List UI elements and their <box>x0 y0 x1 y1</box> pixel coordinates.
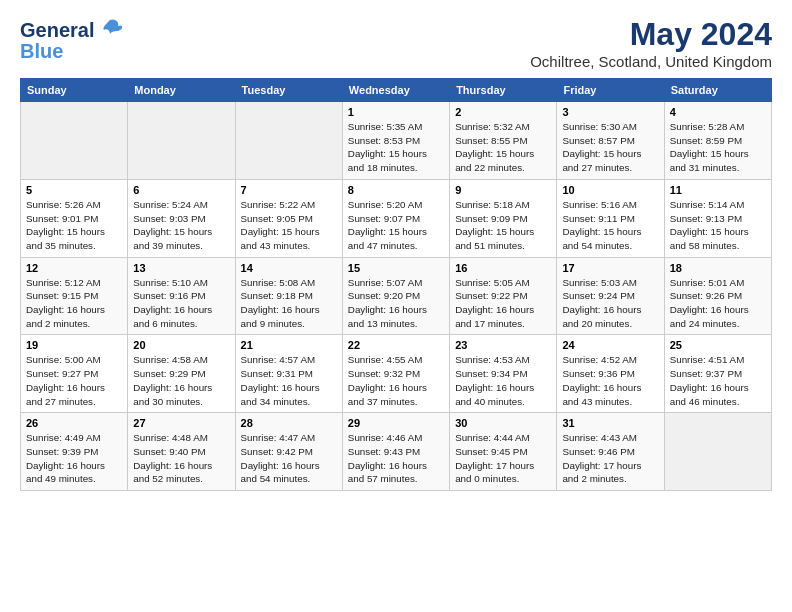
calendar-cell <box>664 413 771 491</box>
day-number: 2 <box>455 106 551 118</box>
calendar-cell <box>21 102 128 180</box>
day-info: Sunrise: 5:22 AM Sunset: 9:05 PM Dayligh… <box>241 198 337 253</box>
week-row-4: 19Sunrise: 5:00 AM Sunset: 9:27 PM Dayli… <box>21 335 772 413</box>
calendar-cell: 21Sunrise: 4:57 AM Sunset: 9:31 PM Dayli… <box>235 335 342 413</box>
day-info: Sunrise: 5:14 AM Sunset: 9:13 PM Dayligh… <box>670 198 766 253</box>
day-number: 28 <box>241 417 337 429</box>
day-number: 11 <box>670 184 766 196</box>
day-info: Sunrise: 5:00 AM Sunset: 9:27 PM Dayligh… <box>26 353 122 408</box>
day-number: 14 <box>241 262 337 274</box>
calendar-cell: 29Sunrise: 4:46 AM Sunset: 9:43 PM Dayli… <box>342 413 449 491</box>
week-row-5: 26Sunrise: 4:49 AM Sunset: 9:39 PM Dayli… <box>21 413 772 491</box>
day-number: 6 <box>133 184 229 196</box>
main-container: General Blue May 2024 Ochiltree, Scotlan… <box>0 0 792 501</box>
calendar-cell: 23Sunrise: 4:53 AM Sunset: 9:34 PM Dayli… <box>450 335 557 413</box>
day-info: Sunrise: 5:10 AM Sunset: 9:16 PM Dayligh… <box>133 276 229 331</box>
day-number: 4 <box>670 106 766 118</box>
day-number: 8 <box>348 184 444 196</box>
calendar-cell: 10Sunrise: 5:16 AM Sunset: 9:11 PM Dayli… <box>557 179 664 257</box>
day-number: 31 <box>562 417 658 429</box>
day-info: Sunrise: 4:55 AM Sunset: 9:32 PM Dayligh… <box>348 353 444 408</box>
day-info: Sunrise: 5:30 AM Sunset: 8:57 PM Dayligh… <box>562 120 658 175</box>
day-info: Sunrise: 4:46 AM Sunset: 9:43 PM Dayligh… <box>348 431 444 486</box>
calendar-cell: 11Sunrise: 5:14 AM Sunset: 9:13 PM Dayli… <box>664 179 771 257</box>
calendar-cell: 25Sunrise: 4:51 AM Sunset: 9:37 PM Dayli… <box>664 335 771 413</box>
day-info: Sunrise: 5:26 AM Sunset: 9:01 PM Dayligh… <box>26 198 122 253</box>
header-day-saturday: Saturday <box>664 79 771 102</box>
calendar-cell: 15Sunrise: 5:07 AM Sunset: 9:20 PM Dayli… <box>342 257 449 335</box>
day-number: 22 <box>348 339 444 351</box>
calendar-cell: 2Sunrise: 5:32 AM Sunset: 8:55 PM Daylig… <box>450 102 557 180</box>
day-number: 27 <box>133 417 229 429</box>
day-number: 12 <box>26 262 122 274</box>
day-info: Sunrise: 4:49 AM Sunset: 9:39 PM Dayligh… <box>26 431 122 486</box>
header: General Blue May 2024 Ochiltree, Scotlan… <box>20 16 772 70</box>
calendar-cell: 7Sunrise: 5:22 AM Sunset: 9:05 PM Daylig… <box>235 179 342 257</box>
day-info: Sunrise: 5:03 AM Sunset: 9:24 PM Dayligh… <box>562 276 658 331</box>
header-day-tuesday: Tuesday <box>235 79 342 102</box>
day-number: 25 <box>670 339 766 351</box>
day-number: 3 <box>562 106 658 118</box>
day-number: 29 <box>348 417 444 429</box>
logo-bird-icon <box>96 16 124 44</box>
day-info: Sunrise: 4:43 AM Sunset: 9:46 PM Dayligh… <box>562 431 658 486</box>
day-info: Sunrise: 5:07 AM Sunset: 9:20 PM Dayligh… <box>348 276 444 331</box>
day-number: 20 <box>133 339 229 351</box>
day-info: Sunrise: 4:48 AM Sunset: 9:40 PM Dayligh… <box>133 431 229 486</box>
title-area: May 2024 Ochiltree, Scotland, United Kin… <box>530 16 772 70</box>
header-day-friday: Friday <box>557 79 664 102</box>
header-day-monday: Monday <box>128 79 235 102</box>
day-info: Sunrise: 5:32 AM Sunset: 8:55 PM Dayligh… <box>455 120 551 175</box>
calendar-cell: 16Sunrise: 5:05 AM Sunset: 9:22 PM Dayli… <box>450 257 557 335</box>
subtitle: Ochiltree, Scotland, United Kingdom <box>530 53 772 70</box>
day-number: 16 <box>455 262 551 274</box>
day-info: Sunrise: 5:28 AM Sunset: 8:59 PM Dayligh… <box>670 120 766 175</box>
day-info: Sunrise: 4:47 AM Sunset: 9:42 PM Dayligh… <box>241 431 337 486</box>
day-number: 1 <box>348 106 444 118</box>
calendar-cell: 14Sunrise: 5:08 AM Sunset: 9:18 PM Dayli… <box>235 257 342 335</box>
calendar-cell: 12Sunrise: 5:12 AM Sunset: 9:15 PM Dayli… <box>21 257 128 335</box>
day-number: 18 <box>670 262 766 274</box>
calendar-cell: 22Sunrise: 4:55 AM Sunset: 9:32 PM Dayli… <box>342 335 449 413</box>
calendar-cell: 26Sunrise: 4:49 AM Sunset: 9:39 PM Dayli… <box>21 413 128 491</box>
day-info: Sunrise: 4:44 AM Sunset: 9:45 PM Dayligh… <box>455 431 551 486</box>
day-number: 7 <box>241 184 337 196</box>
calendar-cell: 13Sunrise: 5:10 AM Sunset: 9:16 PM Dayli… <box>128 257 235 335</box>
logo: General Blue <box>20 16 124 63</box>
week-row-1: 1Sunrise: 5:35 AM Sunset: 8:53 PM Daylig… <box>21 102 772 180</box>
calendar-cell: 18Sunrise: 5:01 AM Sunset: 9:26 PM Dayli… <box>664 257 771 335</box>
calendar-table: SundayMondayTuesdayWednesdayThursdayFrid… <box>20 78 772 491</box>
calendar-cell <box>128 102 235 180</box>
header-day-thursday: Thursday <box>450 79 557 102</box>
calendar-header-row: SundayMondayTuesdayWednesdayThursdayFrid… <box>21 79 772 102</box>
header-day-wednesday: Wednesday <box>342 79 449 102</box>
day-info: Sunrise: 5:08 AM Sunset: 9:18 PM Dayligh… <box>241 276 337 331</box>
calendar-cell: 17Sunrise: 5:03 AM Sunset: 9:24 PM Dayli… <box>557 257 664 335</box>
day-info: Sunrise: 5:35 AM Sunset: 8:53 PM Dayligh… <box>348 120 444 175</box>
day-info: Sunrise: 4:52 AM Sunset: 9:36 PM Dayligh… <box>562 353 658 408</box>
day-info: Sunrise: 4:51 AM Sunset: 9:37 PM Dayligh… <box>670 353 766 408</box>
day-number: 10 <box>562 184 658 196</box>
day-info: Sunrise: 4:53 AM Sunset: 9:34 PM Dayligh… <box>455 353 551 408</box>
main-title: May 2024 <box>530 16 772 53</box>
calendar-cell: 5Sunrise: 5:26 AM Sunset: 9:01 PM Daylig… <box>21 179 128 257</box>
calendar-cell: 19Sunrise: 5:00 AM Sunset: 9:27 PM Dayli… <box>21 335 128 413</box>
day-info: Sunrise: 5:24 AM Sunset: 9:03 PM Dayligh… <box>133 198 229 253</box>
day-number: 9 <box>455 184 551 196</box>
calendar-cell: 20Sunrise: 4:58 AM Sunset: 9:29 PM Dayli… <box>128 335 235 413</box>
day-number: 30 <box>455 417 551 429</box>
day-number: 13 <box>133 262 229 274</box>
day-number: 17 <box>562 262 658 274</box>
calendar-cell: 1Sunrise: 5:35 AM Sunset: 8:53 PM Daylig… <box>342 102 449 180</box>
week-row-3: 12Sunrise: 5:12 AM Sunset: 9:15 PM Dayli… <box>21 257 772 335</box>
day-number: 23 <box>455 339 551 351</box>
day-info: Sunrise: 5:12 AM Sunset: 9:15 PM Dayligh… <box>26 276 122 331</box>
calendar-cell: 31Sunrise: 4:43 AM Sunset: 9:46 PM Dayli… <box>557 413 664 491</box>
day-number: 21 <box>241 339 337 351</box>
calendar-cell: 3Sunrise: 5:30 AM Sunset: 8:57 PM Daylig… <box>557 102 664 180</box>
calendar-cell: 27Sunrise: 4:48 AM Sunset: 9:40 PM Dayli… <box>128 413 235 491</box>
day-info: Sunrise: 5:05 AM Sunset: 9:22 PM Dayligh… <box>455 276 551 331</box>
calendar-cell <box>235 102 342 180</box>
day-number: 24 <box>562 339 658 351</box>
calendar-cell: 6Sunrise: 5:24 AM Sunset: 9:03 PM Daylig… <box>128 179 235 257</box>
